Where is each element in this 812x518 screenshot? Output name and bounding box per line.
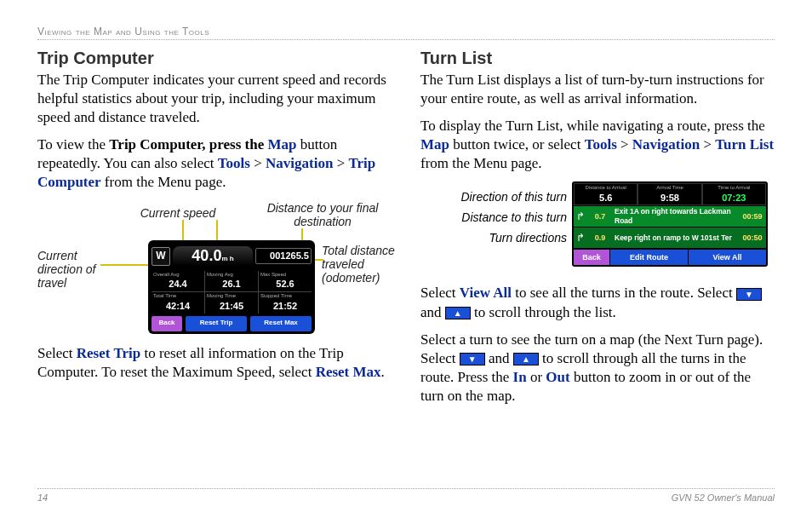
turn-p3: Select View All to see all the turns in … <box>420 284 775 321</box>
label-turn-direction: Direction of this turn <box>420 190 567 204</box>
turn-p1: The Turn List displays a list of turn-by… <box>420 71 775 108</box>
stat-cell: Moving Time21:45 <box>205 292 258 314</box>
trip-computer-figure: Current speed Distance to your final des… <box>37 201 392 337</box>
trip-p1: The Trip Computer indicates your current… <box>37 71 392 127</box>
label-turn-directions: Turn directions <box>420 231 567 245</box>
trip-device-screenshot: W 40.0m h 001265.5 Overall Avg24.4 Movin… <box>148 240 315 334</box>
trip-computer-heading: Trip Computer <box>37 47 392 69</box>
turn-arrow-icon: ↱ <box>574 210 587 224</box>
turn-p2: To display the Turn List, while navigati… <box>420 117 775 173</box>
label-distance-final: Distance to your final destination <box>250 201 395 228</box>
turn-row[interactable]: ↱ 0.9 Keep right on ramp to W 101st Ter … <box>574 227 766 248</box>
trip-p2: To view the Trip Computer, press the Map… <box>37 135 392 192</box>
stat-cell: Stopped Time21:52 <box>259 292 312 314</box>
turn-list-heading: Turn List <box>420 47 775 69</box>
trip-speed-value: 40.0m h <box>173 246 253 266</box>
turn-list-figure: Direction of this turn Distance to this … <box>420 181 775 277</box>
page-footer: 14 GVN 52 Owner's Manual <box>37 488 775 503</box>
hdr-distance-arrival: Distance to Arrival5.6 <box>574 183 638 205</box>
label-odometer: Total distance traveled (odometer) <box>322 244 395 285</box>
trip-odometer-value: 001265.5 <box>255 248 312 263</box>
trip-p3: Select Reset Trip to reset all informati… <box>37 344 392 382</box>
stat-cell: Max Speed52.6 <box>259 271 312 292</box>
scroll-down-icon[interactable]: ▼ <box>460 353 485 365</box>
view-all-button[interactable]: View All <box>689 250 766 265</box>
left-column: Trip Computer The Trip Computer indicate… <box>37 47 392 414</box>
stat-cell: Overall Avg24.4 <box>152 271 204 292</box>
section-header: Viewing the Map and Using the Tools <box>37 26 775 40</box>
stat-cell: Moving Avg26.1 <box>205 271 258 292</box>
turn-p4: Select a turn to see the turn on a map (… <box>420 331 775 406</box>
label-current-speed: Current speed <box>131 206 225 220</box>
reset-trip-button[interactable]: Reset Trip <box>186 316 247 331</box>
back-button[interactable]: Back <box>152 316 182 331</box>
reset-max-button[interactable]: Reset Max <box>250 316 312 331</box>
right-column: Turn List The Turn List displays a list … <box>420 47 775 414</box>
manual-title: GVN 52 Owner's Manual <box>672 492 775 503</box>
hdr-time-arrival: Time to Arrival07:23 <box>702 183 766 205</box>
trip-direction-value: W <box>152 247 170 266</box>
scroll-up-icon[interactable]: ▲ <box>445 307 471 319</box>
edit-route-button[interactable]: Edit Route <box>609 250 689 265</box>
turn-arrow-icon: ↱ <box>574 232 587 245</box>
back-button[interactable]: Back <box>574 250 609 265</box>
turn-device-screenshot: Distance to Arrival5.6 Arrival Time9:58 … <box>572 181 768 267</box>
scroll-up-icon[interactable]: ▲ <box>513 353 539 365</box>
turn-row[interactable]: ↱ 0.7 Exit 1A on right towards Lackman R… <box>574 206 766 227</box>
callout-line <box>100 264 150 266</box>
page-number: 14 <box>37 492 48 503</box>
label-turn-distance: Distance to this turn <box>420 210 567 224</box>
label-current-direction: Current direction of travel <box>37 249 100 290</box>
stat-cell: Total Time42:14 <box>152 292 204 314</box>
scroll-down-icon[interactable]: ▼ <box>736 288 762 301</box>
hdr-arrival-time: Arrival Time9:58 <box>638 183 701 205</box>
